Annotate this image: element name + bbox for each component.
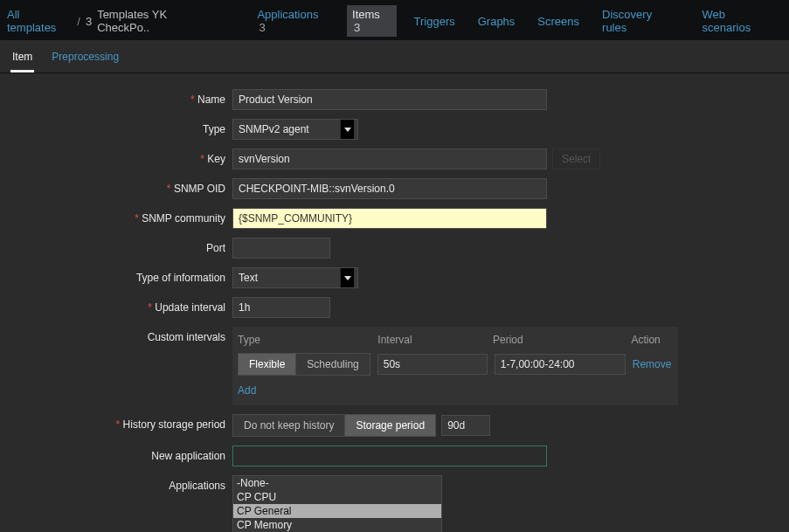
tab-items[interactable]: Items 3 — [347, 5, 396, 37]
breadcrumb-template-name: Templates YK CheckPo.. — [97, 8, 222, 34]
tab-items-count: 3 — [354, 21, 360, 34]
label-new-application: New application — [17, 446, 232, 462]
form-area: Name Type SNMPv2 agent Key Select SNMP O… — [0, 73, 789, 532]
tab-items-label: Items — [352, 8, 380, 21]
tab-graphs[interactable]: Graphs — [473, 12, 521, 31]
tab-applications[interactable]: Applications 3 — [252, 5, 335, 37]
breadcrumb-separator: / — [77, 15, 80, 28]
subtab-item[interactable]: Item — [10, 45, 34, 73]
custom-intervals-table: Type Interval Period Action Flexible Sch… — [232, 327, 678, 405]
applications-listbox[interactable]: -None- CP CPU CP General CP Memory — [232, 475, 442, 532]
history-storage-period[interactable]: Storage period — [344, 414, 436, 437]
app-option-cp-cpu[interactable]: CP CPU — [233, 490, 441, 504]
tab-discovery[interactable]: Discovery rules — [597, 5, 685, 37]
type-select-value: SNMPv2 agent — [239, 123, 309, 135]
ci-period-input[interactable] — [495, 354, 626, 375]
ci-head-action: Action — [631, 334, 673, 346]
ci-type-flexible[interactable]: Flexible — [238, 353, 296, 376]
label-applications: Applications — [17, 475, 232, 492]
label-name: Name — [17, 89, 232, 106]
label-port: Port — [17, 238, 232, 254]
app-option-cp-memory[interactable]: CP Memory — [233, 518, 441, 532]
ci-type-toggle: Flexible Scheduling — [238, 353, 370, 376]
new-application-input[interactable] — [232, 446, 547, 466]
breadcrumb: All templates / 3 Templates YK CheckPo.. — [7, 8, 222, 34]
ci-add-link[interactable]: Add — [238, 384, 256, 397]
label-history: History storage period — [17, 414, 232, 431]
ci-head-type: Type — [238, 334, 370, 346]
top-bar: All templates / 3 Templates YK CheckPo..… — [0, 0, 789, 40]
ci-type-scheduling[interactable]: Scheduling — [295, 353, 370, 376]
tab-triggers[interactable]: Triggers — [409, 12, 460, 31]
tab-screens[interactable]: Screens — [532, 12, 585, 31]
snmp-oid-input[interactable] — [232, 178, 547, 199]
label-snmp-oid: SNMP OID — [17, 178, 232, 195]
history-toggle: Do not keep history Storage period — [232, 414, 436, 437]
app-option-cp-general[interactable]: CP General — [233, 504, 441, 518]
type-of-info-select[interactable]: Text — [232, 267, 358, 288]
sub-tabs: Item Preprocessing — [0, 40, 789, 73]
chevron-down-icon — [340, 120, 354, 139]
ci-remove-link[interactable]: Remove — [633, 358, 672, 370]
key-input[interactable] — [232, 149, 547, 169]
type-of-info-value: Text — [239, 272, 258, 284]
snmp-community-input[interactable] — [232, 208, 547, 229]
subtab-preprocessing[interactable]: Preprocessing — [50, 45, 121, 73]
name-input[interactable] — [232, 89, 547, 110]
history-no-keep[interactable]: Do not keep history — [232, 414, 345, 437]
update-interval-input[interactable] — [232, 297, 330, 318]
port-input[interactable] — [232, 238, 330, 259]
label-update-interval: Update interval — [17, 297, 232, 314]
app-option-none[interactable]: -None- — [233, 476, 441, 490]
label-snmp-community: SNMP community — [17, 208, 232, 225]
ci-head-period: Period — [493, 334, 624, 346]
label-custom-intervals: Custom intervals — [17, 327, 232, 343]
chevron-down-icon — [340, 268, 354, 287]
ci-head-interval: Interval — [377, 334, 486, 346]
label-type-of-info: Type of information — [17, 267, 232, 284]
ci-interval-input[interactable] — [377, 354, 488, 375]
history-value-input[interactable] — [441, 415, 490, 436]
breadcrumb-all-templates[interactable]: All templates — [7, 8, 72, 34]
select-key-button: Select — [552, 149, 600, 169]
tab-applications-count: 3 — [259, 21, 265, 34]
type-select[interactable]: SNMPv2 agent — [232, 119, 358, 140]
breadcrumb-count: 3 — [86, 15, 92, 28]
tab-applications-label: Applications — [257, 8, 318, 21]
label-key: Key — [17, 149, 232, 165]
host-tabs: Applications 3 Items 3 Triggers Graphs S… — [252, 5, 782, 37]
tab-web-scenarios[interactable]: Web scenarios — [697, 5, 782, 37]
label-type: Type — [17, 119, 232, 135]
